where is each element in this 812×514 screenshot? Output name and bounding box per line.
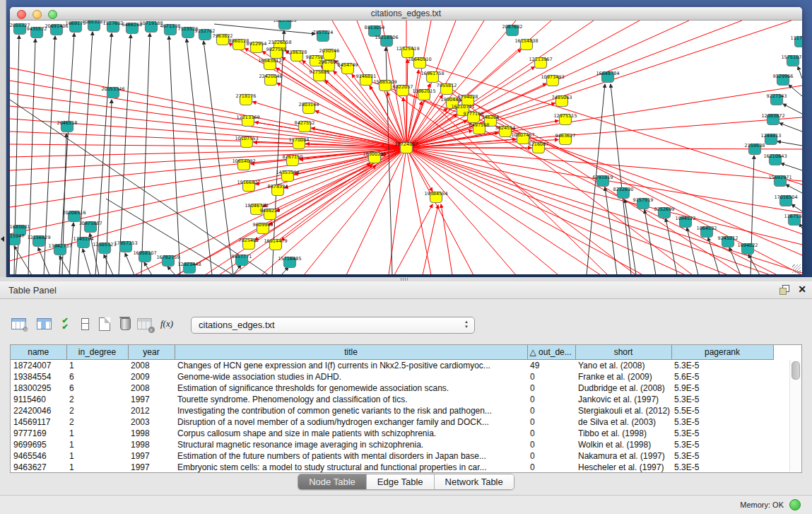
- cell-short[interactable]: Wolkin et al. (1998): [575, 439, 671, 450]
- scrollbar-thumb[interactable]: [792, 361, 800, 380]
- citation-edge[interactable]: [798, 66, 802, 78]
- col-header-in-degree[interactable]: in_degree: [66, 345, 128, 360]
- cell-title[interactable]: Estimation of significance thresholds fo…: [175, 382, 527, 394]
- cell-name[interactable]: 9115460: [11, 394, 66, 405]
- cell-pagerank[interactable]: 5.3E-5: [671, 360, 773, 372]
- table-row[interactable]: 969969511998Structural magnetic resonanc…: [11, 439, 773, 450]
- col-header-short[interactable]: short: [575, 345, 671, 360]
- col-header-out-degree-sorted[interactable]: △ out_de...: [527, 345, 575, 360]
- cell-name[interactable]: 9777169: [11, 428, 66, 439]
- graph-node[interactable]: 1117540: [791, 35, 802, 47]
- citation-edge[interactable]: [394, 204, 433, 274]
- cell-out_degree[interactable]: 0: [527, 439, 575, 450]
- col-header-title[interactable]: title: [175, 345, 527, 360]
- citation-edge[interactable]: [214, 24, 315, 34]
- cell-pagerank[interactable]: 5.9E-5: [671, 382, 773, 394]
- cell-pagerank[interactable]: 5.3E-5: [671, 428, 773, 439]
- graph-node[interactable]: 16648784: [596, 71, 619, 83]
- cell-out_degree[interactable]: 0: [527, 405, 575, 416]
- cell-title[interactable]: Estimation of the future numbers of pati…: [175, 450, 527, 462]
- graph-node[interactable]: 22420046: [259, 74, 282, 86]
- cell-in_degree[interactable]: 1: [66, 439, 128, 450]
- function-builder-button[interactable]: f(x): [157, 314, 177, 334]
- citation-edge[interactable]: [59, 256, 71, 274]
- network-canvas[interactable]: 2055327943557220691406166917510653287152…: [10, 21, 802, 274]
- graph-node[interactable]: 9435572: [27, 26, 47, 38]
- citation-edge[interactable]: [441, 204, 452, 274]
- graph-node[interactable]: 1064532: [697, 226, 717, 238]
- citation-edge[interactable]: [786, 185, 802, 193]
- cell-pagerank[interactable]: 5.6E-5: [671, 371, 773, 382]
- cell-in_degree[interactable]: 6: [66, 371, 128, 382]
- citation-edge[interactable]: [708, 238, 719, 274]
- cell-in_degree[interactable]: 2: [66, 405, 128, 416]
- graph-node[interactable]: 6216067: [529, 141, 549, 153]
- cell-out_degree[interactable]: 0: [527, 394, 575, 405]
- float-panel-icon[interactable]: [779, 285, 789, 295]
- citation-edge[interactable]: [95, 33, 112, 274]
- delete-table-button[interactable]: x: [134, 314, 154, 334]
- graph-node[interactable]: 1694022: [738, 243, 758, 255]
- expand-left-panel-arrow-icon[interactable]: [1, 236, 4, 242]
- graph-node[interactable]: 8252699: [654, 206, 675, 218]
- graph-node[interactable]: 16782759: [156, 255, 180, 267]
- graph-node[interactable]: 9245012: [718, 235, 739, 247]
- new-table-button[interactable]: [95, 314, 114, 334]
- cell-in_degree[interactable]: 1: [66, 360, 128, 372]
- cell-in_degree[interactable]: 1: [66, 450, 128, 462]
- citation-edge[interactable]: [406, 148, 686, 274]
- citation-edge[interactable]: [792, 204, 802, 211]
- graph-node[interactable]: 9827505: [266, 47, 287, 59]
- cell-title[interactable]: Disruption of a novel member of a sodium…: [175, 416, 527, 428]
- cell-out_degree[interactable]: 0: [527, 416, 575, 428]
- cell-title[interactable]: Genome-wide association studies in ADHD.: [175, 371, 527, 382]
- cell-name[interactable]: 22420046: [11, 405, 66, 416]
- graph-node[interactable]: 1527602: [103, 21, 124, 33]
- graph-node[interactable]: 19166827: [237, 180, 260, 192]
- citation-edge[interactable]: [406, 21, 792, 148]
- cell-out_degree[interactable]: 0: [527, 371, 575, 382]
- citation-edge[interactable]: [424, 95, 608, 274]
- citation-edge[interactable]: [779, 123, 802, 132]
- show-columns-button[interactable]: [34, 314, 54, 334]
- cell-in_degree[interactable]: 1: [66, 428, 128, 439]
- close-panel-icon[interactable]: ✕: [798, 284, 806, 295]
- memory-status-indicator[interactable]: [789, 499, 801, 510]
- cell-short[interactable]: Jankovic et al. (1997): [575, 394, 671, 405]
- citation-edge[interactable]: [125, 253, 134, 274]
- col-header-name[interactable]: name: [11, 345, 66, 360]
- cell-pagerank[interactable]: 5.5E-5: [671, 405, 773, 416]
- graph-node[interactable]: 12923448: [177, 262, 201, 274]
- graph-node[interactable]: 12975115: [553, 113, 577, 125]
- citation-edge[interactable]: [366, 80, 802, 234]
- citation-edge[interactable]: [645, 210, 656, 274]
- graph-node[interactable]: 12505123: [93, 242, 116, 254]
- cell-out_degree[interactable]: 49: [527, 360, 575, 372]
- graph-node[interactable]: 15716485: [278, 256, 301, 268]
- graph-node[interactable]: 2046518: [57, 120, 78, 132]
- citation-edge[interactable]: [625, 199, 636, 274]
- graph-node[interactable]: 19218506: [375, 35, 398, 47]
- graph-node[interactable]: 9529966: [773, 74, 794, 86]
- citation-edge[interactable]: [169, 36, 180, 274]
- cell-year[interactable]: 2009: [128, 371, 175, 382]
- cell-short[interactable]: de Silva et al. (2003): [575, 416, 671, 428]
- cell-short[interactable]: Hescheler et al. (1997): [575, 462, 671, 473]
- cell-short[interactable]: Franke et al. (2009): [575, 371, 671, 382]
- table-row[interactable]: 946362711997Embryonic stem cells: a mode…: [11, 462, 773, 473]
- graph-node[interactable]: 15751074: [781, 54, 802, 66]
- cell-year[interactable]: 2008: [128, 360, 175, 372]
- row-height-button[interactable]: [75, 314, 95, 334]
- cell-year[interactable]: 1997: [128, 394, 175, 405]
- cell-out_degree[interactable]: 0: [527, 428, 575, 439]
- graph-node[interactable]: 1094522: [676, 216, 696, 228]
- cell-pagerank[interactable]: 5.3E-5: [671, 394, 773, 405]
- citation-edge[interactable]: [666, 218, 677, 274]
- citation-edge[interactable]: [406, 148, 802, 245]
- splitter-grip-icon[interactable]: [401, 278, 409, 281]
- table-vertical-scrollbar[interactable]: [789, 360, 801, 472]
- graph-node[interactable]: 16914479: [264, 238, 287, 250]
- cell-name[interactable]: 19384554: [11, 371, 66, 382]
- citation-edge[interactable]: [406, 148, 601, 274]
- cell-title[interactable]: Investigating the contribution of common…: [175, 405, 527, 416]
